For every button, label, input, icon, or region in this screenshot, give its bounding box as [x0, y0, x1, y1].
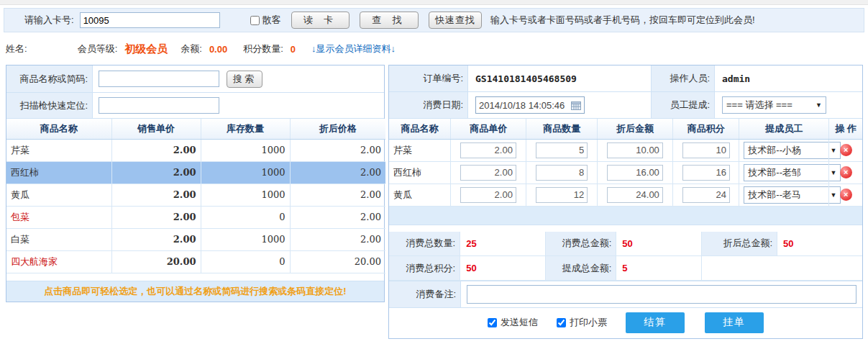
summary-table: 消费总数量: 25 消费总金额: 50 折后总金额: 50 消费总积分: 50 … — [389, 232, 862, 281]
total-discounted-value: 50 — [777, 232, 862, 256]
product-row[interactable]: 黄瓜 2.00 1000 2.00 — [6, 184, 385, 206]
product-row[interactable]: 芹菜 2.00 1000 2.00 — [6, 139, 385, 161]
item-price-input[interactable] — [460, 187, 516, 203]
member-detail-link[interactable]: ↓显示会员详细资料↓ — [311, 42, 396, 55]
chevron-down-icon: ▼ — [830, 147, 836, 154]
settle-button[interactable]: 结算 — [626, 312, 685, 333]
col-action: 操 作 — [829, 119, 862, 139]
order-no-value: GS1410181405468509 — [475, 73, 577, 84]
products-header-row: 商品名称 销售单价 库存数量 折后价格 — [6, 119, 385, 139]
member-level-value: 初级会员 — [124, 42, 168, 56]
col-item-amount: 折后金额 — [597, 119, 672, 139]
item-points-input[interactable] — [682, 187, 730, 203]
gap — [389, 225, 862, 232]
order-no-label: 订单编号: — [389, 65, 468, 91]
product-search-input[interactable] — [99, 71, 219, 87]
actions-row: 发送短信 打印小票 结算 挂单 — [389, 308, 862, 337]
item-points-input[interactable] — [682, 142, 730, 158]
sms-label: 发送短信 — [501, 316, 538, 329]
delete-item-icon[interactable]: × — [840, 144, 852, 156]
item-price-input[interactable] — [460, 142, 516, 158]
walkin-checkbox[interactable] — [250, 16, 260, 25]
item-amount-input[interactable] — [607, 187, 663, 203]
total-commission-label: 提成总金额: — [545, 256, 616, 281]
commission-selected-value: === 请选择 === — [726, 99, 811, 112]
product-stock: 1000 — [201, 184, 290, 206]
commission-select[interactable]: === 请选择 === ▼ — [722, 96, 826, 114]
cart-filler-strip — [389, 207, 862, 225]
total-amount-value: 50 — [616, 232, 701, 256]
find-button[interactable]: 查 找 — [360, 12, 419, 29]
card-number-input[interactable] — [80, 12, 220, 28]
summary-row: 消费总数量: 25 消费总金额: 50 折后总金额: 50 — [389, 232, 862, 256]
quick-find-button[interactable]: 快速查找 — [429, 12, 482, 29]
product-row[interactable]: 白菜 2.00 1000 2.00 — [6, 228, 385, 250]
card-search-bar: 请输入卡号: 散客 读 卡 查 找 快速查找 输入卡号或者卡面号码或者手机号码，… — [4, 8, 864, 32]
item-qty-input[interactable] — [536, 165, 588, 181]
delete-item-icon[interactable]: × — [840, 189, 852, 201]
item-price-input[interactable] — [460, 165, 516, 181]
employee-select[interactable]: 技术部--老邹▼ — [744, 164, 841, 181]
item-amount-input[interactable] — [607, 165, 663, 181]
walkin-label: 散客 — [262, 14, 281, 27]
cart-row: 西红柿 技术部--老邹▼ × — [389, 161, 862, 184]
col-discount-price: 折后价格 — [290, 119, 385, 139]
item-qty-input[interactable] — [536, 187, 588, 203]
read-card-button[interactable]: 读 卡 — [291, 12, 350, 29]
consume-date-input[interactable]: 2014/10/18 14:05:46 — [475, 96, 585, 114]
operator-value: admin — [722, 73, 750, 84]
total-points-label: 消费总积分: — [389, 256, 460, 281]
chevron-down-icon: ▼ — [816, 101, 822, 109]
cart-row: 芹菜 技术部--小杨▼ × — [389, 139, 862, 161]
item-amount-input[interactable] — [607, 142, 663, 158]
scan-label: 扫描枪快速定位: — [6, 93, 93, 118]
product-name: 芹菜 — [6, 139, 111, 161]
total-amount-label: 消费总金额: — [545, 232, 616, 256]
product-discounted: 2.00 — [290, 184, 385, 206]
product-discounted: 2.00 — [290, 161, 385, 184]
cart-row: 黄瓜 技术部--老马▼ × — [389, 184, 862, 206]
item-points-input[interactable] — [682, 165, 730, 181]
employee-select[interactable]: 技术部--老马▼ — [744, 186, 841, 204]
sms-checkbox[interactable] — [488, 318, 497, 327]
col-stock-qty: 库存数量 — [201, 119, 290, 139]
hold-button[interactable]: 挂单 — [705, 312, 764, 333]
product-price: 2.00 — [111, 161, 201, 184]
cart-header-row: 商品名称 商品单价 商品数量 折后金额 商品积分 提成员工 操 作 — [389, 119, 862, 139]
product-list-panel: 商品名称或简码: 搜索 扫描枪快速定位: 商品名称 销售单价 库存数量 折后价格… — [6, 65, 385, 302]
product-row[interactable]: 包菜 2.00 0 2.00 — [6, 206, 385, 228]
member-level-label: 会员等级: — [78, 42, 118, 55]
total-commission-value: 5 — [616, 256, 701, 281]
employee-select[interactable]: 技术部--小杨▼ — [744, 142, 841, 159]
chevron-down-icon: ▼ — [830, 191, 836, 199]
product-search-row: 商品名称或简码: 搜索 — [6, 65, 384, 93]
delete-item-icon[interactable]: × — [840, 166, 852, 178]
order-info-row: 订单编号: GS1410181405468509 操作人员: admin — [389, 65, 862, 92]
consume-date-label: 消费日期: — [389, 92, 468, 118]
cart-table: 商品名称 商品单价 商品数量 折后金额 商品积分 提成员工 操 作 芹菜 技术部… — [389, 119, 862, 207]
col-item-qty: 商品数量 — [526, 119, 598, 139]
commission-label: 员工提成: — [652, 92, 715, 118]
remark-input[interactable] — [467, 285, 856, 304]
product-row-selected[interactable]: 西红柿 2.00 1000 2.00 — [6, 161, 385, 184]
member-name-label: 姓名: — [6, 42, 27, 55]
col-item-employee: 提成员工 — [739, 119, 829, 139]
product-discounted: 2.00 — [290, 206, 385, 228]
product-price: 2.00 — [111, 206, 201, 228]
product-discounted: 2.00 — [290, 139, 385, 161]
scan-input[interactable] — [99, 97, 219, 114]
search-button[interactable]: 搜索 — [227, 71, 262, 88]
product-price: 2.00 — [111, 184, 201, 206]
product-name: 包菜 — [6, 206, 111, 228]
employee-selected-value: 技术部--老马 — [748, 189, 826, 202]
product-stock: 1000 — [201, 161, 290, 184]
cart-item-name: 西红柿 — [389, 161, 451, 184]
product-row[interactable]: 四大航海家 20.00 0 20.00 — [6, 250, 385, 273]
member-info-row: 姓名: 会员等级: 初级会员 余额: 0.00 积分数量: 0 ↓显示会员详细资… — [6, 40, 862, 58]
employee-selected-value: 技术部--老邹 — [748, 166, 826, 179]
item-qty-input[interactable] — [536, 142, 588, 158]
calendar-icon[interactable] — [571, 101, 581, 110]
product-name: 黄瓜 — [6, 184, 111, 206]
balance-value: 0.00 — [209, 44, 227, 55]
print-checkbox[interactable] — [557, 318, 566, 327]
